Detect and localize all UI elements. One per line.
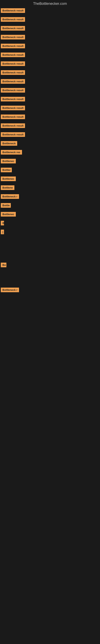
bottleneck-badge[interactable]: Bottlene (1, 185, 14, 190)
bottleneck-badge[interactable]: Bottleneck result (1, 97, 25, 102)
bottleneck-badge[interactable]: Bottleneck r (1, 288, 19, 292)
bottleneck-row (0, 270, 100, 278)
bottleneck-row: Bottleneck result (0, 104, 100, 113)
bottleneck-badge[interactable]: Bottleneck result (1, 70, 25, 75)
bottleneck-row (0, 303, 100, 311)
bottleneck-row (0, 253, 100, 261)
bottleneck-row: B (0, 219, 100, 228)
bottleneck-row: Bottleneck result (0, 7, 100, 16)
bottleneck-badge[interactable]: Bottleneck result (1, 26, 25, 30)
bottleneck-row (0, 278, 100, 286)
bottleneck-row (0, 295, 100, 303)
bottleneck-row: Bottleneck result (0, 51, 100, 60)
bottleneck-row: Bottler (0, 166, 100, 175)
bottleneck-row: Bottleneck result (0, 86, 100, 95)
bottleneck-row: Bottlene (0, 184, 100, 192)
bottleneck-badge[interactable]: Bottleneck result (1, 114, 25, 119)
bottleneck-badge[interactable]: | (1, 230, 4, 234)
bottleneck-badge[interactable]: B (1, 221, 4, 226)
site-title: TheBottlenecker.com (0, 0, 100, 7)
bottleneck-row: Bottleneck res (0, 148, 100, 157)
bottleneck-badge[interactable]: Bottleneck result (1, 106, 25, 110)
bottleneck-badge[interactable]: Bottleneck result (1, 79, 25, 84)
bottleneck-badge[interactable]: Bottleneck result (1, 17, 25, 22)
bottleneck-badge[interactable]: Bottlenec (1, 176, 16, 181)
bottleneck-row: Bottlenec (0, 210, 100, 219)
bottleneck-row: Bottleneck (0, 140, 100, 148)
bottleneck-row: Bottleneck r (0, 286, 100, 295)
bottleneck-badge[interactable]: Bottle (1, 203, 11, 208)
bottleneck-badge[interactable]: Bottleneck result (1, 123, 25, 128)
bottleneck-row (0, 245, 100, 253)
bottleneck-badge[interactable]: Bottleneck (1, 141, 17, 146)
bottleneck-row (0, 311, 100, 319)
bottleneck-row: Bottleneck result (0, 24, 100, 33)
bottleneck-row: Bottleneck result (0, 122, 100, 130)
bottleneck-row (0, 237, 100, 245)
bottleneck-row: Bottlenec (0, 157, 100, 166)
bottleneck-row: Bottleneck result (0, 42, 100, 51)
bottleneck-row: Bottleneck result (0, 33, 100, 42)
bottleneck-row: Bottleneck result (0, 95, 100, 104)
bottleneck-row: Bottleneck result (0, 113, 100, 122)
bottleneck-badge[interactable]: Bottleneck result (1, 132, 25, 137)
bottleneck-badge[interactable]: Bottlenec (1, 159, 16, 164)
bottleneck-badge[interactable]: Bottleneck result (1, 62, 25, 66)
bottleneck-badge[interactable]: Bo (1, 263, 6, 267)
bottleneck-badge[interactable]: Bottleneck result (1, 88, 25, 92)
bottleneck-badge[interactable]: Bottler (1, 168, 12, 172)
bottleneck-row: Bottle (0, 202, 100, 210)
bottleneck-badge[interactable]: Bottleneck result (1, 52, 25, 57)
bottleneck-badge[interactable]: Bottleneck result (1, 44, 25, 48)
bottleneck-row: Bottlenec (0, 175, 100, 184)
bottleneck-badge[interactable]: Bottleneck res (1, 150, 22, 154)
site-title-bar: TheBottlenecker.com (0, 0, 100, 7)
bottleneck-badge[interactable]: Bottleneck result (1, 35, 25, 40)
bottleneck-badge[interactable]: Bottleneck r (1, 194, 19, 199)
bottleneck-row: | (0, 228, 100, 237)
bottleneck-row: Bottleneck result (0, 130, 100, 140)
bottleneck-row: Bottleneck result (0, 60, 100, 69)
bottleneck-row: Bo (0, 261, 100, 270)
bottleneck-row: Bottleneck result (0, 69, 100, 78)
rows-container: Bottleneck resultBottleneck resultBottle… (0, 7, 100, 319)
bottleneck-badge[interactable]: Bottlenec (1, 212, 16, 216)
bottleneck-row: Bottleneck r (0, 192, 100, 202)
bottleneck-row: Bottleneck result (0, 16, 100, 24)
bottleneck-row: Bottleneck result (0, 78, 100, 86)
bottleneck-badge[interactable]: Bottleneck result (1, 8, 25, 13)
